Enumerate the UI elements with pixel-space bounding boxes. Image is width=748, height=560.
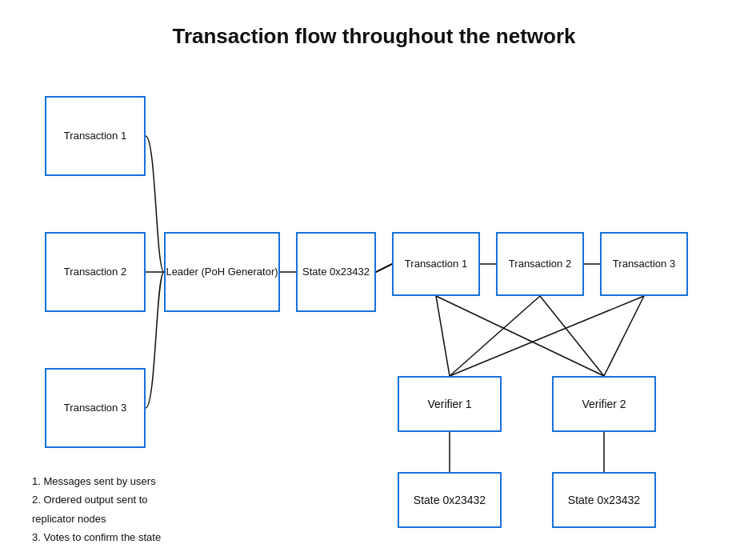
verifier-2-box: Verifier 2 bbox=[552, 376, 656, 432]
svg-line-12 bbox=[604, 296, 644, 376]
note-line-2: 2. Ordered output sent to bbox=[32, 490, 161, 509]
svg-line-3 bbox=[376, 264, 392, 272]
tx-row-1-box: Transaction 1 bbox=[392, 232, 480, 296]
diagram: Transaction 1 Transaction 2 Transaction … bbox=[0, 64, 748, 544]
svg-line-7 bbox=[436, 296, 450, 376]
svg-line-2 bbox=[376, 264, 392, 272]
svg-line-10 bbox=[540, 296, 604, 376]
note-line-4: 3. Votes to confirm the state bbox=[32, 528, 161, 546]
verifier-1-box: Verifier 1 bbox=[398, 376, 502, 432]
transaction-2-box: Transaction 2 bbox=[45, 232, 146, 312]
svg-line-8 bbox=[436, 296, 604, 376]
page-title: Transaction flow throughout the network bbox=[0, 0, 748, 49]
svg-line-4 bbox=[376, 264, 392, 272]
tx-row-2-box: Transaction 2 bbox=[496, 232, 584, 296]
state-verifier-2-box: State 0x23432 bbox=[552, 472, 656, 528]
note-line-1: 1. Messages sent by users bbox=[32, 472, 161, 490]
leader-box: Leader (PoH Generator) bbox=[164, 232, 280, 312]
svg-line-9 bbox=[450, 296, 540, 376]
transaction-1-box: Transaction 1 bbox=[45, 96, 146, 176]
svg-line-11 bbox=[450, 296, 644, 376]
tx-row-3-box: Transaction 3 bbox=[600, 232, 688, 296]
notes-section: 1. Messages sent by users 2. Ordered out… bbox=[32, 472, 161, 547]
state-verifier-1-box: State 0x23432 bbox=[398, 472, 502, 528]
note-line-3: replicator nodes bbox=[32, 510, 161, 528]
transaction-3-box: Transaction 3 bbox=[45, 368, 146, 448]
state-left-box: State 0x23432 bbox=[296, 232, 376, 312]
